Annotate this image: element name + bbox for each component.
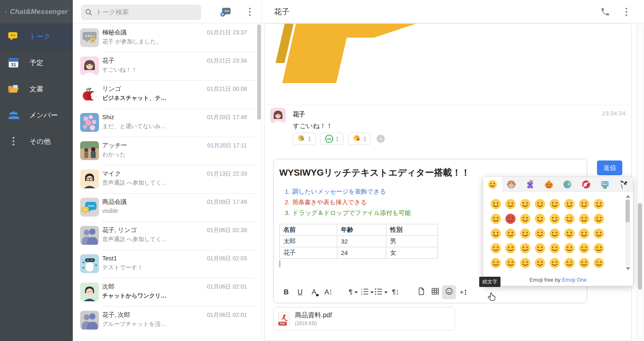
unordered-list-button[interactable]: [374, 285, 388, 299]
send-button[interactable]: 送信: [597, 160, 622, 175]
emoji-😉[interactable]: [591, 196, 606, 211]
emoji-one-link[interactable]: Emoji One: [562, 277, 587, 283]
page-scrollbar-thumb[interactable]: [638, 203, 642, 290]
emoji-😟[interactable]: [503, 255, 518, 270]
search-box[interactable]: [81, 5, 201, 20]
reaction-thumbs-face[interactable]: 1: [293, 133, 316, 145]
chat-list-menu-icon[interactable]: [246, 7, 254, 17]
sidebar-item-chat[interactable]: トーク: [0, 23, 73, 50]
chat-list-item[interactable]: 花子すごいね！！01月21日 23:34: [73, 52, 257, 80]
emoji-tab-earth[interactable]: [558, 177, 577, 192]
emoji-😛[interactable]: [577, 241, 591, 255]
chat-avatar: [80, 226, 99, 245]
call-icon[interactable]: [600, 7, 610, 17]
emoji-tab-atm[interactable]: ATM: [596, 177, 615, 192]
ordered-list-button[interactable]: 123: [360, 285, 374, 299]
new-chat-icon[interactable]: [220, 7, 231, 17]
chat-time: 01月13日 22:33: [207, 170, 247, 178]
chat-preview: グループチャットを活…: [102, 321, 166, 328]
chat-list-item[interactable]: 商品会議visible01月09日 17:49: [73, 193, 257, 221]
emoji-😲[interactable]: [577, 255, 591, 270]
bold-button[interactable]: B: [279, 285, 293, 299]
emoji-😀[interactable]: [488, 196, 503, 211]
emoji-😫[interactable]: [532, 241, 547, 255]
chat-list-item[interactable]: 花子, リンゴ音声通話 へ参加してく…01月06日 02:39: [73, 221, 257, 250]
chat-menu-icon[interactable]: [623, 7, 630, 17]
emoji-😌[interactable]: [562, 241, 577, 255]
emoji-😄[interactable]: [547, 196, 562, 211]
chat-list-scrollbar[interactable]: [257, 25, 261, 120]
emoji-😣[interactable]: [577, 226, 591, 241]
emoji-😝[interactable]: [488, 255, 503, 270]
search-input[interactable]: [96, 9, 197, 16]
emoji-tab-pumpkin[interactable]: [539, 177, 558, 192]
attachment-card[interactable]: PDF 商品資料.pdf (2616 KB): [273, 307, 455, 330]
emoji-picker-scrollbar[interactable]: [625, 194, 631, 271]
emoji-😚[interactable]: [591, 211, 606, 226]
emoji-😖[interactable]: [591, 255, 606, 270]
emoji-😐[interactable]: [518, 226, 532, 241]
add-reaction-button[interactable]: +: [377, 135, 385, 143]
emoji-😆[interactable]: [577, 196, 591, 211]
emoji-🤢[interactable]: [518, 241, 532, 255]
chat-list-item[interactable]: Test1テストでーす！01月06日 02:03: [73, 250, 257, 278]
emoticons-button[interactable]: [442, 285, 456, 299]
emoji-😏[interactable]: [562, 226, 577, 241]
emoji-😓[interactable]: [518, 255, 532, 270]
chat-list-item[interactable]: マイク音声通話 へ参加してく…01月13日 22:33: [73, 165, 257, 193]
emoji-😃[interactable]: [532, 196, 547, 211]
emoji-😅[interactable]: [562, 196, 577, 211]
emoji-😊[interactable]: [488, 211, 503, 226]
emoji-😁[interactable]: [503, 196, 518, 211]
emoji-😯[interactable]: [503, 241, 518, 255]
more-rich-button[interactable]: +: [456, 285, 470, 299]
chat-list-item[interactable]: 次郎チャットからワンクリ…01月06日 02:01: [73, 278, 257, 306]
emoji-😘[interactable]: [547, 211, 562, 226]
emoji-😶[interactable]: [547, 226, 562, 241]
emoji-😜[interactable]: [591, 241, 606, 255]
scroll-down-icon[interactable]: [626, 267, 630, 270]
emoji-tab-face[interactable]: [483, 177, 502, 192]
reaction-ok[interactable]: OK1: [321, 133, 343, 145]
emoji-😮[interactable]: [488, 241, 503, 255]
scrollbar-thumb[interactable]: [626, 200, 630, 222]
insert-table-button[interactable]: [428, 285, 442, 299]
emoji-☺[interactable]: [503, 226, 518, 241]
chat-list-item[interactable]: Shizまだ、と退いてないみ…01月20日 17:48: [73, 108, 257, 137]
sidebar-item-members[interactable]: メンバー: [0, 102, 73, 128]
sidebar-item-docs[interactable]: 文書: [0, 76, 73, 102]
emoji-😈[interactable]: [503, 211, 518, 226]
emoji-😂[interactable]: [518, 196, 532, 211]
chat-list-item[interactable]: アッチーわかった01月20日 17:11: [73, 137, 257, 165]
chat-list-item[interactable]: 極秘会議花子 が参加しました。01月21日 23:37: [73, 24, 257, 52]
page-scrollbar[interactable]: [637, 23, 643, 341]
chat-preview: 音声通話 へ参加してく…: [102, 236, 167, 243]
reaction-kiss-face[interactable]: 1: [348, 133, 371, 145]
insert-file-button[interactable]: [414, 285, 428, 299]
emoji-tab-flag[interactable]: [614, 177, 633, 192]
emoji-🙂[interactable]: [488, 226, 503, 241]
text-color-button[interactable]: A: [307, 285, 321, 299]
emoji-😗[interactable]: [562, 211, 577, 226]
emoji-😙[interactable]: [577, 211, 591, 226]
sidebar-item-more[interactable]: その他: [0, 128, 73, 154]
emoji-😒[interactable]: [532, 226, 547, 241]
emoji-😎[interactable]: [518, 211, 532, 226]
sidebar-item-calendar[interactable]: 31予定: [0, 50, 73, 76]
paragraph-format-button[interactable]: ¶: [346, 285, 360, 299]
paragraph-style-button[interactable]: ¶: [388, 285, 402, 299]
scroll-up-icon[interactable]: [626, 195, 630, 198]
emoji-tab-monkey[interactable]: [502, 177, 521, 192]
more-text-button[interactable]: A: [321, 285, 335, 299]
emoji-😕[interactable]: [562, 255, 577, 270]
emoji-😥[interactable]: [532, 255, 547, 270]
emoji-😔[interactable]: [547, 255, 562, 270]
emoji-😍[interactable]: [532, 211, 547, 226]
emoji-😴[interactable]: [547, 241, 562, 255]
emoji-😢[interactable]: [591, 226, 606, 241]
emoji-tab-mute[interactable]: [577, 177, 596, 192]
emoji-tab-grapes[interactable]: [521, 177, 540, 192]
chat-list-item[interactable]: リンゴビジネスチャット、テ…01月21日 00:08: [73, 80, 257, 108]
chat-list-item[interactable]: 花子, 次郎グループチャットを活…01月06日 02:01: [73, 306, 257, 334]
underline-button[interactable]: U: [293, 285, 307, 299]
